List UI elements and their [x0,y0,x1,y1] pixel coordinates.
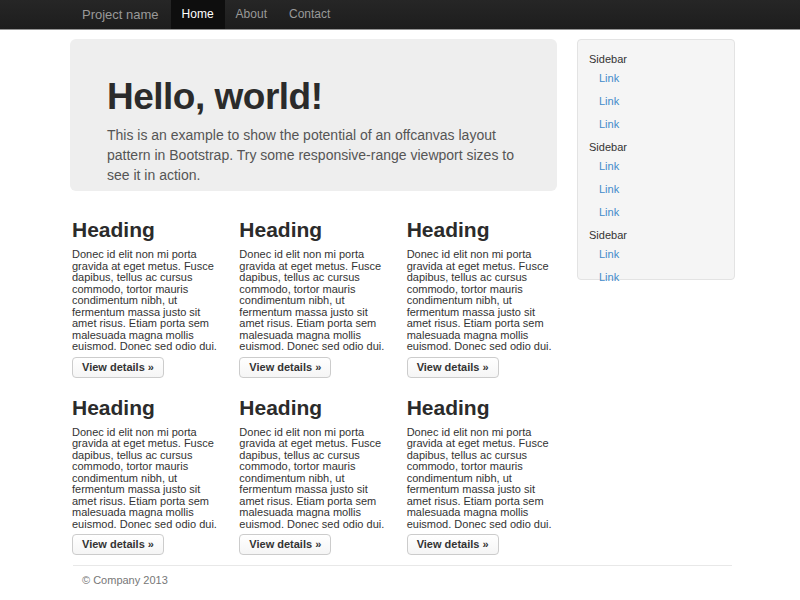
sidebar-link[interactable]: Link [578,160,734,172]
sidebar-link[interactable]: Link [578,118,734,130]
sidebar-link[interactable]: Link [578,95,734,107]
nav-item-home[interactable]: Home [171,0,225,29]
card-heading: Heading [407,217,557,243]
page-title: Hello, world! [107,75,520,119]
sidebar-well: Sidebar Link Link Link Sidebar Link Link… [577,39,735,280]
copyright-text: © Company 2013 [70,574,735,586]
sidebar-heading-3: Sidebar [578,229,734,241]
sidebar-link[interactable]: Link [578,183,734,195]
jumbotron-description: This is an example to show the potential… [107,125,520,185]
card-body-text: Donec id elit non mi porta gravida at eg… [72,427,222,531]
page-container: Hello, world! This is an example to show… [70,29,735,586]
sidebar-link[interactable]: Link [578,248,734,260]
view-details-button[interactable]: View details » [239,357,331,378]
main-content: Hello, world! This is an example to show… [70,39,557,555]
nav-item-contact[interactable]: Contact [278,0,341,29]
navbar-brand[interactable]: Project name [70,0,171,29]
footer-divider [73,565,732,566]
view-details-button[interactable]: View details » [407,534,499,555]
card-body-text: Donec id elit non mi porta gravida at eg… [407,249,557,353]
card-2: Heading Donec id elit non mi porta gravi… [239,191,389,378]
card-body-text: Donec id elit non mi porta gravida at eg… [407,427,557,531]
navbar: Project name Home About Contact [0,0,800,29]
card-body-text: Donec id elit non mi porta gravida at eg… [239,427,389,531]
card-5: Heading Donec id elit non mi porta gravi… [239,378,389,556]
card-body-text: Donec id elit non mi porta gravida at eg… [72,249,222,353]
card-heading: Heading [72,217,222,243]
sidebar-heading-2: Sidebar [578,141,734,153]
card-heading: Heading [239,217,389,243]
page-footer: © Company 2013 [70,565,735,586]
sidebar-link[interactable]: Link [578,72,734,84]
view-details-button[interactable]: View details » [72,357,164,378]
card-4: Heading Donec id elit non mi porta gravi… [72,378,222,556]
navbar-menu: Home About Contact [171,0,342,29]
view-details-button[interactable]: View details » [407,357,499,378]
nav-item-about[interactable]: About [225,0,278,29]
card-heading: Heading [72,395,222,421]
sidebar-link[interactable]: Link [578,206,734,218]
sidebar-link[interactable]: Link [578,271,734,283]
view-details-button[interactable]: View details » [239,534,331,555]
card-heading: Heading [407,395,557,421]
sidebar-heading-1: Sidebar [578,53,734,65]
card-6: Heading Donec id elit non mi porta gravi… [407,378,557,556]
card-heading: Heading [239,395,389,421]
card-1: Heading Donec id elit non mi porta gravi… [72,191,222,378]
card-3: Heading Donec id elit non mi porta gravi… [407,191,557,378]
view-details-button[interactable]: View details » [72,534,164,555]
card-body-text: Donec id elit non mi porta gravida at eg… [239,249,389,353]
card-row-1: Heading Donec id elit non mi porta gravi… [72,191,557,378]
card-row-2: Heading Donec id elit non mi porta gravi… [72,378,557,556]
sidebar-nav: Sidebar Link Link Link Sidebar Link Link… [578,53,734,283]
jumbotron: Hello, world! This is an example to show… [70,39,557,191]
